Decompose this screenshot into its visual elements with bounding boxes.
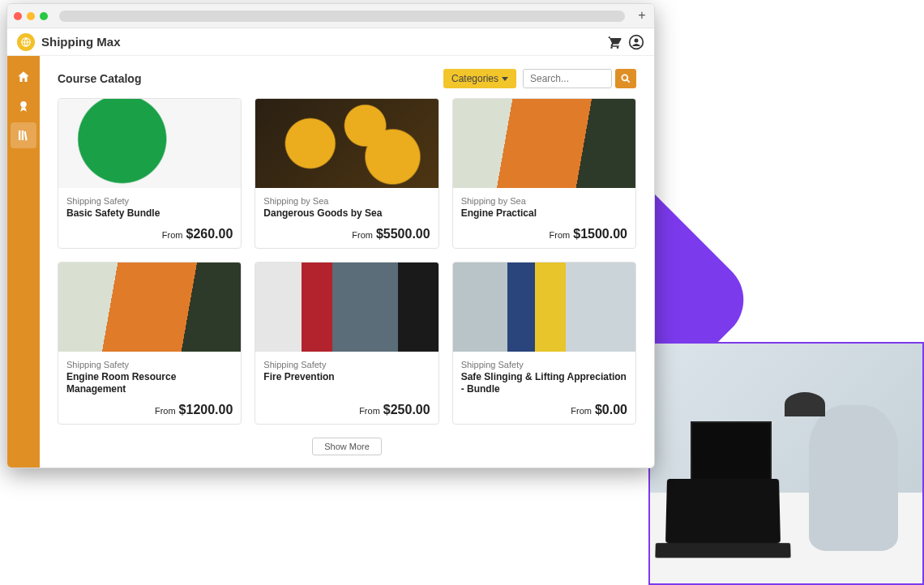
window-min-dot[interactable] — [27, 12, 35, 20]
account-icon[interactable] — [628, 34, 644, 50]
sidebar-item-library[interactable] — [11, 122, 36, 148]
course-grid: Shipping Safety Basic Safety Bundle From… — [58, 98, 636, 425]
svg-point-2 — [617, 46, 619, 48]
course-category: Shipping by Sea — [461, 196, 627, 206]
categories-label: Categories — [451, 73, 498, 84]
course-category: Shipping Safety — [461, 360, 627, 369]
new-tab-button[interactable]: + — [636, 11, 648, 22]
window-close-dot[interactable] — [14, 12, 22, 20]
course-card[interactable]: Shipping by Sea Engine Practical From$15… — [452, 98, 636, 249]
course-title: Fire Prevention — [263, 371, 430, 396]
course-price: From$0.00 — [461, 403, 627, 417]
svg-point-4 — [635, 38, 639, 42]
course-category: Shipping Safety — [66, 360, 233, 369]
search-button[interactable] — [615, 69, 636, 88]
sidebar-item-home[interactable] — [11, 64, 36, 90]
chevron-down-icon — [502, 77, 508, 81]
course-title: Safe Slinging & Lifting Appreciation - B… — [461, 371, 627, 396]
app-header: Shipping Max — [7, 28, 654, 56]
course-category: Shipping by Sea — [263, 196, 430, 206]
course-title: Engine Room Resource Management — [66, 371, 233, 396]
promo-photo — [648, 342, 924, 585]
categories-dropdown[interactable]: Categories — [443, 69, 516, 88]
course-card[interactable]: Shipping by Sea Dangerous Goods by Sea F… — [255, 98, 438, 249]
course-title: Basic Safety Bundle — [66, 207, 233, 220]
cart-icon[interactable] — [605, 34, 622, 50]
course-title: Engine Practical — [461, 207, 627, 220]
course-card[interactable]: Shipping Safety Engine Room Resource Man… — [58, 262, 242, 425]
window-max-dot[interactable] — [40, 12, 48, 20]
course-card[interactable]: Shipping Safety Basic Safety Bundle From… — [58, 98, 242, 249]
course-category: Shipping Safety — [263, 360, 430, 369]
course-price: From$1500.00 — [461, 227, 627, 241]
show-more-button[interactable]: Show More — [312, 438, 382, 455]
sidebar-item-achievements[interactable] — [11, 93, 36, 119]
main-content: Course Catalog Categories — [40, 56, 654, 468]
svg-rect-7 — [22, 130, 24, 140]
course-thumbnail — [453, 99, 635, 188]
browser-chrome: + — [7, 4, 654, 28]
svg-point-5 — [20, 101, 27, 108]
course-card[interactable]: Shipping Safety Safe Slinging & Lifting … — [452, 262, 636, 425]
course-card[interactable]: Shipping Safety Fire Prevention From$250… — [255, 262, 438, 425]
page-title: Course Catalog — [58, 72, 437, 85]
course-category: Shipping Safety — [66, 196, 233, 206]
course-thumbnail — [58, 263, 241, 352]
course-price: From$1200.00 — [66, 403, 233, 417]
course-title: Dangerous Goods by Sea — [263, 207, 430, 220]
svg-point-9 — [622, 75, 627, 80]
svg-rect-6 — [19, 130, 20, 140]
globe-icon — [17, 33, 35, 51]
course-thumbnail — [58, 99, 241, 188]
course-thumbnail — [255, 99, 438, 188]
browser-window: + Shipping Max — [6, 3, 655, 468]
svg-point-1 — [610, 46, 613, 48]
address-bar[interactable] — [59, 11, 625, 22]
course-thumbnail — [255, 263, 438, 352]
sidebar — [7, 56, 40, 468]
course-price: From$5500.00 — [263, 227, 430, 241]
search-input[interactable] — [523, 69, 612, 88]
course-price: From$260.00 — [66, 227, 233, 241]
app-title: Shipping Max — [41, 35, 599, 49]
course-price: From$250.00 — [263, 403, 430, 417]
svg-rect-8 — [24, 131, 28, 140]
course-thumbnail — [453, 263, 635, 352]
